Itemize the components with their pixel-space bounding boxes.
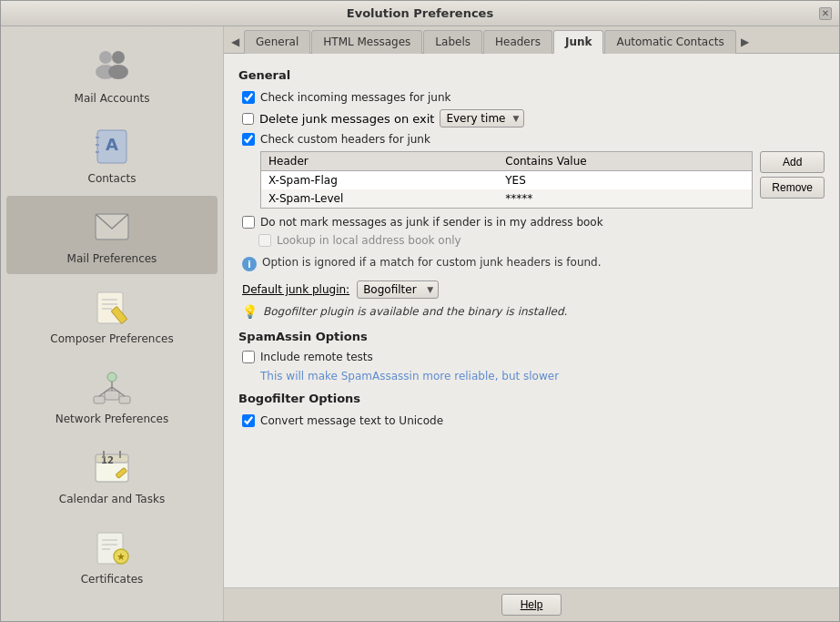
table-col-value: Contains Value [498,152,753,171]
sidebar-item-mail-accounts[interactable]: Mail Accounts [6,36,218,114]
custom-headers-area: Header Contains Value X-Spam-Flag YES X-… [260,151,825,209]
add-button[interactable]: Add [760,151,825,173]
svg-rect-17 [119,396,130,403]
titlebar: Evolution Preferences ✕ [1,1,839,26]
sidebar-item-contacts[interactable]: A Contacts [6,116,218,194]
include-remote-checkbox[interactable] [242,351,255,363]
plugin-note-row: 💡 Bogofilter plugin is available and the… [238,304,825,319]
svg-rect-15 [105,391,119,400]
tab-html-messages[interactable]: HTML Messages [311,30,422,54]
bogofilter-section-title: Bogofilter Options [238,392,825,405]
check-incoming-junk-row: Check incoming messages for junk [238,91,825,104]
svg-rect-16 [94,396,105,403]
mail-accounts-icon [90,45,134,88]
table-buttons: Add Remove [760,151,825,209]
svg-text:★: ★ [116,551,126,563]
composer-icon [90,285,134,329]
sidebar: Mail Accounts A Contacts [1,26,224,621]
table-cell-header-2: X-Spam-Level [261,189,499,209]
table-row[interactable]: X-Spam-Flag YES [261,171,753,190]
svg-point-21 [107,372,116,382]
svg-text:A: A [106,135,118,154]
default-plugin-label: Default junk plugin: [242,283,349,296]
do-not-mark-row: Do not mark messages as junk if sender i… [238,216,825,229]
check-custom-headers-label: Check custom headers for junk [260,133,430,146]
convert-unicode-label: Convert message text to Unicode [260,414,443,427]
headers-table: Header Contains Value X-Spam-Flag YES X-… [260,151,753,209]
network-icon [90,365,134,409]
remove-button[interactable]: Remove [760,177,825,199]
check-incoming-junk-label: Check incoming messages for junk [260,91,450,104]
lookup-local-checkbox[interactable] [258,234,271,247]
tab-general[interactable]: General [244,30,310,54]
spam-assassin-section-title: SpamAssin Options [238,330,825,343]
sidebar-item-calendar-tasks[interactable]: 12 Calendar and Tasks [6,436,218,515]
sidebar-label-network-preferences: Network Preferences [56,413,169,425]
sidebar-label-contacts: Contacts [88,172,137,185]
include-remote-row: Include remote tests [238,351,825,363]
sidebar-label-mail-preferences: Mail Preferences [67,252,157,265]
delete-junk-dropdown[interactable]: Every time [440,109,524,127]
check-custom-headers-checkbox[interactable] [242,133,255,146]
tab-headers[interactable]: Headers [483,30,552,54]
convert-unicode-row: Convert message text to Unicode [238,414,825,427]
window-title: Evolution Preferences [347,6,493,20]
sidebar-item-network-preferences[interactable]: Network Preferences [6,356,218,434]
lookup-local-row: Lookup in local address book only [238,234,825,247]
include-remote-label: Include remote tests [260,351,373,363]
sidebar-label-composer-preferences: Composer Preferences [50,332,173,345]
svg-point-2 [112,51,125,64]
mail-preferences-icon [90,205,134,249]
help-bar: Help [224,587,839,621]
tab-labels[interactable]: Labels [423,30,482,54]
sidebar-item-certificates[interactable]: ★ Certificates [6,516,218,595]
table-row[interactable]: X-Spam-Level ***** [261,189,753,209]
table-cell-value-2: ***** [498,189,753,209]
check-incoming-junk-checkbox[interactable] [242,91,255,104]
content-area: Mail Accounts A Contacts [1,26,839,621]
general-section-title: General [238,68,825,82]
tab-junk[interactable]: Junk [553,30,604,54]
do-not-mark-checkbox[interactable] [242,216,255,229]
delete-junk-label: Delete junk messages on exit [259,112,434,126]
default-plugin-dropdown[interactable]: Bogofilter [357,280,439,299]
calendar-icon: 12 [90,445,134,489]
svg-point-0 [99,51,112,64]
certificates-icon: ★ [90,525,134,569]
sidebar-item-composer-preferences[interactable]: Composer Preferences [6,276,218,354]
info-text: Option is ignored if a match for custom … [262,256,602,269]
help-button[interactable]: Help [501,594,562,616]
table-cell-header-1: X-Spam-Flag [261,171,499,190]
main-panel: ◀ General HTML Messages Labels Headers J… [224,26,839,621]
tabs-bar: ◀ General HTML Messages Labels Headers J… [224,26,839,54]
svg-point-3 [108,65,128,79]
delete-junk-checkbox[interactable] [242,113,254,125]
remote-note-text: This will make SpamAssassin more reliabl… [260,370,559,382]
convert-unicode-checkbox[interactable] [242,414,255,427]
tab-automatic-contacts[interactable]: Automatic Contacts [604,30,735,54]
sidebar-label-calendar-tasks: Calendar and Tasks [59,493,165,505]
table-cell-value-1: YES [498,171,753,190]
lookup-local-label: Lookup in local address book only [277,234,461,247]
table-col-header: Header [261,152,499,171]
check-custom-headers-row: Check custom headers for junk [238,133,825,146]
lightbulb-icon: 💡 [242,304,258,319]
contacts-icon: A [90,125,134,168]
plugin-note-text: Bogofilter plugin is available and the b… [263,305,567,318]
main-window: Evolution Preferences ✕ Mail Accounts [0,0,840,622]
delete-junk-row: Delete junk messages on exit Every time [238,109,825,127]
tab-scroll-left-button[interactable]: ◀ [228,30,243,53]
close-button[interactable]: ✕ [819,7,832,20]
info-icon: i [242,257,257,271]
sidebar-label-mail-accounts: Mail Accounts [75,92,150,105]
panel-content: General Check incoming messages for junk… [224,54,839,587]
sidebar-label-certificates: Certificates [81,573,144,586]
do-not-mark-label: Do not mark messages as junk if sender i… [260,216,603,229]
sidebar-item-mail-preferences[interactable]: Mail Preferences [6,196,218,274]
info-row: i Option is ignored if a match for custo… [238,252,825,275]
remote-note-row: This will make SpamAssassin more reliabl… [238,369,825,382]
tab-scroll-right-button[interactable]: ▶ [737,30,753,53]
default-plugin-row: Default junk plugin: Bogofilter [238,280,825,299]
